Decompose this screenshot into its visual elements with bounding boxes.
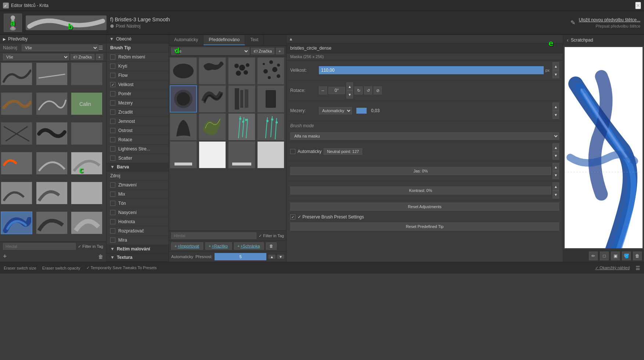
tip-cell[interactable]	[257, 57, 284, 85]
rotation-ccw-icon[interactable]: ↺	[364, 86, 372, 95]
property-section-color[interactable]: ▼ Barva	[107, 163, 169, 171]
stamp-button[interactable]: ++Razítko	[205, 242, 232, 250]
property-item-scatter[interactable]: Scatter	[107, 154, 169, 163]
tip-cell[interactable]	[170, 141, 197, 168]
property-section-texture[interactable]: ▼ Textura	[107, 253, 169, 262]
search-input[interactable]	[3, 243, 76, 250]
tool-menu-btn[interactable]: ☰	[98, 45, 103, 51]
property-item-hue[interactable]: Tón	[107, 199, 169, 208]
add-tag-btn[interactable]: +	[96, 54, 103, 60]
tip-cell[interactable]	[199, 85, 226, 113]
tip-search-input[interactable]	[171, 232, 256, 239]
auto-check[interactable]	[290, 149, 295, 154]
brush-cell-selected[interactable]	[1, 211, 32, 234]
preserve-check[interactable]: ✓	[290, 214, 295, 220]
eraser-size-label[interactable]: Eraser switch size	[4, 266, 36, 270]
tip-cell[interactable]	[257, 113, 284, 140]
brush-cell[interactable]: Calin	[71, 92, 102, 115]
jas-spin-up[interactable]: ▲	[553, 163, 559, 171]
property-item-mix[interactable]: Mix	[107, 190, 169, 199]
expand-toggle[interactable]: ▲	[289, 36, 293, 42]
brush-cell[interactable]	[1, 182, 32, 204]
tip-tag-button[interactable]: 🏷 Značka	[251, 48, 274, 54]
tip-cell[interactable]	[199, 113, 226, 140]
brush-cell[interactable]	[1, 92, 32, 115]
property-item-size[interactable]: ✓ Velikost	[107, 80, 169, 89]
edit-icon-btn[interactable]: ✎	[571, 19, 575, 26]
precision-spin-down[interactable]: ▼	[277, 255, 284, 259]
brush-cell[interactable]	[71, 182, 102, 204]
property-item-source[interactable]: Zdroj	[107, 171, 169, 181]
scratchpad-bucket-tool[interactable]: 🪣	[622, 252, 631, 260]
eraser-opacity-label[interactable]: Eraser switch opacity	[42, 266, 80, 270]
property-section-paintmode[interactable]: ▼ Režim malování	[107, 245, 169, 253]
brush-cell[interactable]	[1, 152, 32, 175]
tool-select[interactable]: Vše	[22, 44, 98, 51]
kontrast-spin-up[interactable]: ▲	[553, 182, 559, 190]
overwrite-button[interactable]: Přepsat předvolbu štětce	[596, 24, 640, 28]
reset-predefined-button[interactable]: Reset Predefined Tip	[290, 222, 559, 231]
close-button[interactable]: ✕	[635, 2, 641, 9]
filter-select[interactable]: Vše	[3, 54, 69, 60]
precision-spin-up[interactable]: ▲	[269, 255, 275, 259]
property-item-spacing[interactable]: Mezery	[107, 99, 169, 108]
tip-cell[interactable]	[257, 141, 284, 168]
property-item-ratio[interactable]: Poměr	[107, 89, 169, 99]
tip-cell[interactable]	[257, 85, 284, 113]
neutral-button[interactable]: Neutral point: 127	[324, 148, 362, 155]
brush-cell[interactable]	[36, 92, 68, 115]
jas-slider[interactable]: Jas: 0%	[290, 167, 551, 175]
brush-cell[interactable]	[36, 211, 68, 234]
delete-tip-button[interactable]: 🗑	[266, 242, 277, 250]
tab-auto[interactable]: Automaticky	[169, 35, 204, 45]
brush-cell[interactable]	[71, 63, 102, 85]
brush-cell[interactable]	[71, 211, 102, 234]
tip-add-tag-btn[interactable]: +	[276, 48, 284, 54]
property-item-lightness[interactable]: Lightness Stre...	[107, 145, 169, 154]
tip-cell[interactable]	[228, 113, 255, 140]
delete-preset-button[interactable]: 🗑	[98, 254, 103, 260]
property-item-softness[interactable]: Jemnost	[107, 117, 169, 126]
tip-cell[interactable]	[228, 85, 255, 113]
property-item-opacity[interactable]: Krytí	[107, 62, 169, 71]
tip-cell-selected[interactable]	[170, 85, 197, 113]
scratchpad-pen-tool[interactable]: ✏	[589, 252, 598, 260]
neutral-spin-down[interactable]: ▼	[553, 152, 559, 160]
brush-cell[interactable]	[36, 182, 68, 204]
rotation-spin-down[interactable]: ▼	[346, 90, 353, 99]
property-item-blend[interactable]: Režim mísení	[107, 53, 169, 62]
property-item-mirror[interactable]: Zrcadlit	[107, 108, 169, 117]
tip-cell[interactable]	[199, 141, 226, 168]
save-new-button[interactable]: Uložit novou předvolbu štětce...	[579, 17, 640, 22]
tab-predefined[interactable]: Předdefinováno	[204, 35, 245, 45]
property-item-rotation[interactable]: Rotace	[107, 135, 169, 145]
tip-cell[interactable]	[170, 57, 197, 85]
spacing-spin-down[interactable]: ▼	[553, 111, 559, 119]
kontrast-spin-down[interactable]: ▼	[553, 190, 559, 199]
footer-menu-button[interactable]: ☰	[636, 265, 640, 271]
property-item-airbrush[interactable]: Rozprašovač	[107, 227, 169, 236]
brush-cell[interactable]	[1, 122, 32, 145]
property-item-saturation[interactable]: Nasycení	[107, 208, 169, 217]
tip-cell[interactable]	[170, 113, 197, 140]
rotation-cw-icon[interactable]: ↻	[355, 86, 363, 95]
spacing-spin-up[interactable]: ▲	[553, 103, 559, 111]
import-button[interactable]: ++Importovat	[171, 242, 203, 250]
property-item-flow[interactable]: Flow	[107, 71, 169, 80]
size-spin-down[interactable]: ▼	[553, 70, 559, 78]
property-item-rate[interactable]: Míra	[107, 236, 169, 245]
brush-cell[interactable]	[36, 152, 68, 175]
tip-cell[interactable]	[228, 141, 255, 168]
size-spin-up[interactable]: ▲	[553, 62, 559, 70]
rotation-input[interactable]	[328, 87, 345, 94]
rotation-flip-icon[interactable]: ⊘	[374, 86, 382, 95]
jas-spin-down[interactable]: ▼	[553, 171, 559, 179]
property-item-brush-tip[interactable]: Brush Tip	[107, 43, 169, 53]
scratchpad-rect-tool[interactable]: □	[600, 252, 609, 260]
kontrast-slider[interactable]: Kontrast: 0%	[290, 186, 551, 195]
brush-mode-select[interactable]: Alfa na masku	[290, 132, 559, 140]
size-input[interactable]	[319, 66, 544, 74]
property-item-sharpness[interactable]: Ostrost	[107, 126, 169, 135]
scratchpad-clear-tool[interactable]: 🗑	[633, 252, 642, 260]
tip-filter-select[interactable]: Vše	[171, 47, 249, 55]
